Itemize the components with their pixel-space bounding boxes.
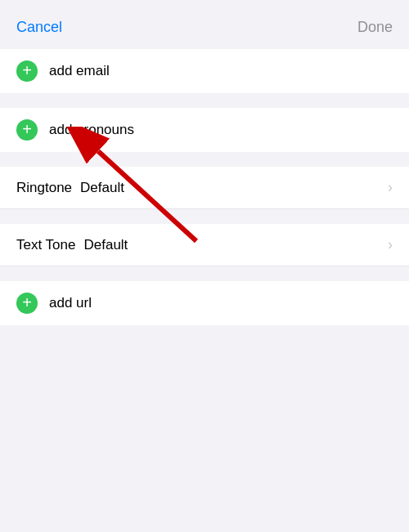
text-tone-value: Default [83,237,128,253]
gap-4 [0,266,409,281]
header: Cancel Done [0,0,409,49]
section-add-email: + add email [0,49,409,93]
section-add-pronouns: + add pronouns [0,108,409,152]
add-url-icon: + [16,293,38,314]
ringtone-right: › [388,179,393,196]
cancel-button[interactable]: Cancel [16,19,62,36]
gap-1 [0,93,409,108]
add-pronouns-icon: + [16,119,38,141]
done-button[interactable]: Done [357,19,393,36]
text-tone-right: › [388,236,393,253]
gap-3 [0,209,409,224]
text-tone-chevron-icon: › [388,236,393,253]
add-email-item[interactable]: + add email [0,49,409,93]
section-ringtone: Ringtone Default › [0,167,409,209]
text-tone-left: Text Tone Default [16,237,128,253]
section-add-url: + add url [0,281,409,325]
ringtone-item[interactable]: Ringtone Default › [0,167,409,209]
text-tone-label: Text Tone [16,237,75,253]
add-email-icon: + [16,60,38,82]
ringtone-left: Ringtone Default [16,180,124,196]
section-text-tone: Text Tone Default › [0,224,409,266]
add-pronouns-item[interactable]: + add pronouns [0,108,409,152]
ringtone-value: Default [80,180,124,196]
add-url-item[interactable]: + add url [0,281,409,325]
ringtone-label: Ringtone [16,180,72,196]
ringtone-chevron-icon: › [388,179,393,196]
add-pronouns-label: add pronouns [49,122,134,138]
text-tone-item[interactable]: Text Tone Default › [0,224,409,266]
add-url-label: add url [49,295,92,311]
add-email-label: add email [49,63,110,79]
gap-2 [0,152,409,167]
